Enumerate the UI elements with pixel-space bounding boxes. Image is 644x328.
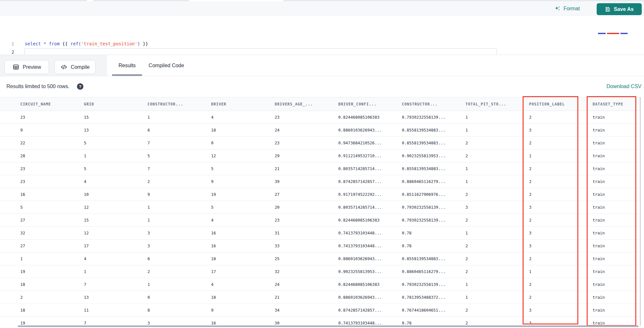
table-cell: 21 xyxy=(270,166,334,171)
code-line[interactable]: select * from {{ ref('train_test_positio… xyxy=(25,41,148,46)
table-cell: 2 xyxy=(524,166,588,171)
code-token xyxy=(46,41,49,46)
table-cell: 1 xyxy=(143,282,206,287)
table-cell: 0.9023255813953... xyxy=(334,269,397,274)
compile-button[interactable]: Compile xyxy=(54,60,96,74)
table-cell: 29 xyxy=(270,153,334,158)
table-cell: train xyxy=(588,153,641,158)
table-cell: train xyxy=(588,295,641,300)
code-token: from xyxy=(49,41,60,46)
table-cell: 15 xyxy=(79,218,143,223)
table-cell: 2 xyxy=(524,192,588,197)
horizontal-scrollbar[interactable] xyxy=(18,325,639,327)
table-cell: 13 xyxy=(79,128,143,132)
table-cell: train xyxy=(588,179,641,184)
table-cell: 23 xyxy=(270,115,334,120)
table-cell: 32 xyxy=(270,269,334,274)
table-cell: train xyxy=(588,141,641,145)
compile-label: Compile xyxy=(71,64,90,70)
table-cell: 24 xyxy=(270,282,334,287)
column-header-dataset-type: DATASET_TYPE xyxy=(588,102,641,106)
table-cell: 0.824468085106383 xyxy=(334,218,397,223)
table-cell: 2 xyxy=(461,308,525,313)
table-cell: 8 xyxy=(143,308,206,313)
preview-button[interactable]: Preview xyxy=(5,60,49,74)
table-cell: 12 xyxy=(206,153,270,158)
table-cell: 2 xyxy=(143,269,206,274)
table-cell: 21 xyxy=(270,295,334,300)
table-cell: 0.78 xyxy=(397,321,461,325)
save-as-button[interactable]: Save As xyxy=(597,3,642,15)
table-cell: 1 xyxy=(461,179,525,184)
table-row: 14618250.8860103626943...0.8558139534883… xyxy=(0,252,641,265)
table-cell: 0.9171974522292... xyxy=(334,192,397,197)
code-token: ref xyxy=(71,41,79,46)
table-cell: 27 xyxy=(270,192,334,197)
format-button[interactable]: Format xyxy=(554,4,580,13)
column-header-drivers-age: DRIVERS_AGE_... xyxy=(270,102,334,106)
download-csv-link[interactable]: Download CSV xyxy=(607,84,642,89)
table-cell: 27 xyxy=(15,218,79,223)
table-cell: 2 xyxy=(461,153,525,158)
table-row: 2717316330.7413793103448...0.7823train xyxy=(0,240,641,252)
table-cell: 2 xyxy=(461,321,525,325)
table-cell: 0.8860103626943... xyxy=(334,295,397,300)
table-cell: 1 xyxy=(79,153,143,158)
table-cell: 3 xyxy=(524,308,588,313)
table-cell: 4 xyxy=(206,282,270,287)
table-cell: 16 xyxy=(15,192,79,197)
table-cell: train xyxy=(588,192,641,197)
table-row: 191217320.9023255813953...0.886046511627… xyxy=(0,265,641,278)
table-cell: 7 xyxy=(143,166,206,171)
table-row: 181189340.8742857142857...0.767441860465… xyxy=(0,304,641,317)
vertical-scrollbar[interactable] xyxy=(640,97,641,326)
table-cell: 0.9473684210526... xyxy=(334,141,397,145)
table-cell: train xyxy=(588,128,641,132)
preview-label: Preview xyxy=(23,64,41,70)
table-cell: 3 xyxy=(143,243,206,248)
table-cell: 28 xyxy=(15,153,79,158)
results-table-header: CIRCUIT_NAMEGRIDCONSTRUCTOR...DRIVERDRIV… xyxy=(0,97,641,111)
table-cell: 0.8742857142857... xyxy=(334,179,397,184)
column-header-driver-confi: DRIVER_CONFI... xyxy=(334,102,397,106)
table-cell: 5 xyxy=(15,205,79,210)
table-cell: 0.8511627906976... xyxy=(397,192,461,197)
save-icon xyxy=(605,6,611,12)
code-token: {{ xyxy=(62,41,71,46)
sql-editor[interactable]: 1 2 select * from {{ ref('train_test_pos… xyxy=(0,16,644,55)
table-cell: 0.7413793103448... xyxy=(334,231,397,235)
table-cell: 33 xyxy=(270,243,334,248)
table-cell: 11 xyxy=(79,308,143,313)
column-header-constructor: CONSTRUCTOR... xyxy=(143,102,206,106)
table-cell: train xyxy=(588,166,641,171)
results-limit-note: Results limited to 500 rows. xyxy=(6,84,70,89)
table-cell: 7 xyxy=(79,321,143,325)
table-cell: train xyxy=(588,205,641,210)
table-cell: train xyxy=(588,282,641,287)
table-cell: 34 xyxy=(270,308,334,313)
help-icon[interactable]: ? xyxy=(77,83,83,90)
table-cell: 1 xyxy=(143,205,206,210)
table-row: 23575210.8035714285714...0.8558139534883… xyxy=(0,162,641,175)
tab-compiled-code[interactable]: Compiled Code xyxy=(142,55,190,76)
table-cell: 16 xyxy=(206,321,270,325)
table-cell: 19 xyxy=(15,321,79,325)
table-cell: 4 xyxy=(79,179,143,184)
table-cell: 1 xyxy=(143,115,206,120)
table-cell: 0.7674418604651... xyxy=(397,308,461,313)
table-row: 1610919270.9171974522292...0.85116279069… xyxy=(0,188,641,201)
table-cell: 18 xyxy=(206,256,270,261)
table-cell: 23 xyxy=(15,179,79,184)
code-icon xyxy=(61,64,67,70)
table-cell: 0.7813953488372... xyxy=(397,295,461,300)
table-row: 281512290.9112149532710...0.902325581395… xyxy=(0,150,641,162)
column-header-circuit-name: CIRCUIT_NAME xyxy=(15,102,79,106)
table-cell: 1 xyxy=(143,218,206,223)
table-cell: 15 xyxy=(79,115,143,120)
table-cell: 0.8035714285714... xyxy=(334,166,397,171)
table-cell: 0.7413793103448... xyxy=(334,243,397,248)
table-cell: 13 xyxy=(79,295,143,300)
table-cell: 1 xyxy=(79,269,143,274)
tab-results[interactable]: Results xyxy=(112,55,142,76)
editor-minimap[interactable] xyxy=(596,32,642,41)
